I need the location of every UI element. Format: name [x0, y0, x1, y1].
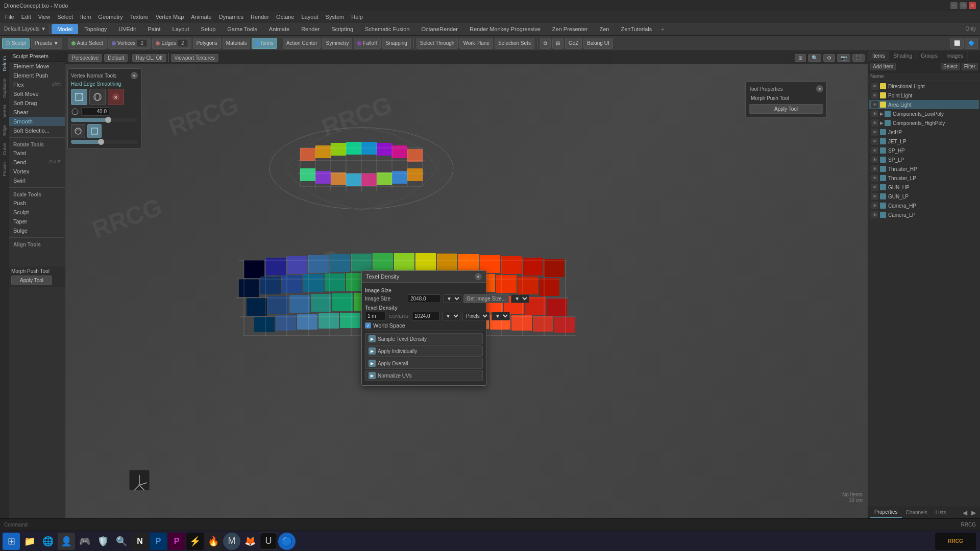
eye-gun-lp[interactable]: 👁 — [871, 193, 878, 200]
menu-texture[interactable]: Texture — [127, 13, 152, 21]
tab-animate[interactable]: Animate — [263, 24, 295, 34]
list-item-camera-hp[interactable]: 👁 Camera_HP — [869, 201, 979, 210]
tab-uvedit[interactable]: UVEdit — [113, 24, 141, 34]
vertices-btn[interactable]: Vertices 2 — [108, 38, 151, 49]
taskbar-ps1[interactable]: P — [150, 533, 167, 550]
sidebar-element-push[interactable]: Element Push — [9, 71, 65, 80]
list-item-thruster-hp[interactable]: 👁 Thruster_HP — [869, 164, 979, 173]
right-tab-groups[interactable]: Groups — [917, 51, 942, 61]
list-item-camera-lp[interactable]: 👁 Camera_LP — [869, 210, 979, 219]
taskbar-icon-11[interactable]: 🔥 — [205, 533, 222, 550]
vp-icon-btn-4[interactable]: 📷 — [837, 54, 850, 62]
taskbar-explorer[interactable]: 📁 — [21, 533, 38, 550]
selection-sets-btn[interactable]: Selection Sets — [495, 38, 534, 49]
sidebar-soft-drag[interactable]: Soft Drag — [9, 98, 65, 108]
vp-textures-btn[interactable]: Viewport Textures — [171, 54, 218, 62]
vnt-bottom-icon-2[interactable] — [87, 124, 102, 138]
sidebar-bulge[interactable]: Bulge — [9, 226, 65, 235]
image-size-select[interactable]: ▼ — [443, 294, 461, 303]
taskbar-browser-1[interactable]: 🌐 — [39, 533, 57, 550]
vnt-icon-smooth[interactable]: ✕ — [108, 89, 124, 105]
sidebar-swirl[interactable]: Swirl — [9, 176, 65, 185]
add-tab-btn[interactable]: + — [658, 24, 667, 34]
sidebar-soft-move[interactable]: Soft Move — [9, 89, 65, 98]
tab-zen[interactable]: Zen — [594, 24, 615, 34]
vtab-curve[interactable]: Curve — [1, 140, 8, 158]
td-pixels-input[interactable] — [412, 312, 440, 320]
vnt-slider-2[interactable] — [71, 140, 138, 144]
menu-system[interactable]: System — [323, 13, 348, 21]
vnt-icon-sphere[interactable] — [89, 89, 106, 105]
vnt-bottom-icon-1[interactable] — [71, 124, 85, 138]
sidebar-soft-selection[interactable]: Soft Selectio... — [9, 126, 65, 135]
taskbar-icon-3[interactable]: 👤 — [58, 533, 75, 550]
presets-btn[interactable]: Presets ▼ — [31, 38, 62, 49]
eye-thruster-hp[interactable]: 👁 — [871, 165, 878, 172]
menu-geometry[interactable]: Geometry — [95, 13, 126, 21]
items-btn[interactable]: Items — [252, 38, 277, 49]
get-image-size-select[interactable]: ▼ — [511, 294, 529, 303]
sidebar-shear[interactable]: Shear — [9, 108, 65, 117]
props-tab-channels[interactable]: Channels — [902, 508, 932, 517]
eye-camera-lp[interactable]: 👁 — [871, 211, 878, 218]
solid-view-btn[interactable]: ⬜ — [950, 38, 964, 49]
tab-game-tools[interactable]: Game Tools — [222, 24, 263, 34]
props-tab-lists[interactable]: Lists — [932, 508, 950, 517]
vp-icon-btn-2[interactable]: 🔍 — [808, 54, 821, 62]
vnt-icon-cube[interactable] — [71, 89, 87, 105]
list-item-sp-hp[interactable]: 👁 SP_HP — [869, 146, 979, 155]
action-center-btn[interactable]: Action Center — [283, 38, 321, 49]
apply-overall-btn[interactable]: ▶ Apply Overall — [365, 358, 483, 369]
tool-props-apply-btn[interactable]: Apply Tool — [749, 104, 823, 114]
eye-area-light[interactable]: 👁 — [871, 101, 878, 108]
eye-dir-light[interactable]: 👁 — [871, 83, 878, 90]
props-tab-properties[interactable]: Properties — [870, 507, 902, 518]
sample-texel-btn[interactable]: ▶ Sample Texel Density — [365, 333, 483, 344]
tab-schematic-fusion[interactable]: Schematic Fusion — [359, 24, 415, 34]
world-space-checkbox[interactable] — [365, 322, 371, 329]
eye-jet-lp[interactable]: 👁 — [871, 138, 878, 145]
taskbar-icon-16[interactable]: 🔵 — [278, 533, 296, 550]
menu-render[interactable]: Render — [248, 13, 272, 21]
sidebar-vortex[interactable]: Vortex — [9, 167, 65, 176]
select-btn[interactable]: Select — [941, 63, 960, 70]
vp-icon-btn-3[interactable]: ⚙ — [823, 54, 835, 62]
taskbar-windows[interactable]: ⊞ — [3, 533, 20, 550]
get-image-size-btn[interactable]: Get Image Size... — [463, 294, 509, 303]
list-item-jet-lp[interactable]: 👁 JET_LP — [869, 137, 979, 146]
menu-edit[interactable]: Edit — [18, 13, 34, 21]
tab-render[interactable]: Render — [296, 24, 325, 34]
sidebar-element-move[interactable]: Element Move — [9, 62, 65, 71]
sidebar-bend[interactable]: Bend Ctrl-E — [9, 158, 65, 167]
list-item-thruster-lp[interactable]: 👁 Thruster_LP — [869, 173, 979, 183]
vp-ray-gl-btn[interactable]: Ray GL: Off — [132, 54, 166, 62]
sidebar-smooth[interactable]: Smooth — [9, 117, 65, 126]
eye-comp-low[interactable]: 👁 — [871, 110, 878, 117]
expand-comp-high[interactable]: ▶ — [880, 120, 884, 126]
vtab-deform[interactable]: Deform — [1, 53, 8, 74]
sidebar-taper[interactable]: Taper — [9, 217, 65, 226]
taskbar-icon-5[interactable]: 🛡️ — [94, 533, 112, 550]
td-pixels-select[interactable]: ▼ — [442, 312, 460, 320]
vnt-slider-1[interactable] — [71, 118, 138, 122]
filter-btn[interactable]: Filter — [962, 63, 978, 70]
materials-btn[interactable]: Materials — [223, 38, 251, 49]
eye-sp-hp[interactable]: 👁 — [871, 147, 878, 154]
list-item-gun-hp[interactable]: 👁 GUN_HP — [869, 183, 979, 192]
tab-zen-presenter[interactable]: Zen Presenter — [547, 24, 594, 34]
menu-help[interactable]: Help — [348, 13, 366, 21]
menu-file[interactable]: File — [2, 13, 17, 21]
list-item-comp-low[interactable]: 👁 ▶ Components_LowPoly — [869, 109, 979, 118]
list-item-point-light[interactable]: 👁 Point Light — [869, 91, 979, 100]
props-expand-btn[interactable]: ▶ — [969, 509, 978, 516]
view-btn-2[interactable]: ⊞ — [552, 38, 564, 49]
list-item-area-light[interactable]: 👁 Area Light — [869, 100, 979, 109]
vnt-value-input[interactable] — [81, 107, 109, 116]
auto-select-btn[interactable]: Auto Select — [68, 38, 107, 49]
props-collapse-btn[interactable]: ◀ — [961, 509, 969, 516]
tool-props-close[interactable]: ● — [816, 85, 823, 92]
eye-sp-lp[interactable]: 👁 — [871, 156, 878, 163]
taskbar-epic[interactable]: ⚡ — [186, 533, 204, 550]
menu-octane[interactable]: Octane — [273, 13, 297, 21]
vp-default-btn[interactable]: Default — [104, 54, 128, 62]
